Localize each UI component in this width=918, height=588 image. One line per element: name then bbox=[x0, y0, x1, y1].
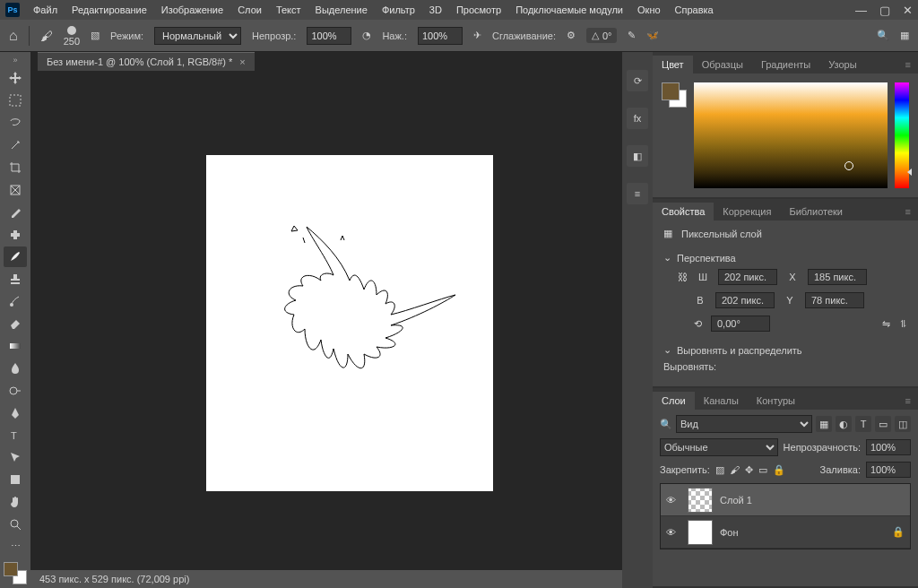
transform-section[interactable]: ⌄ Перспектива bbox=[663, 246, 907, 269]
airbrush-icon[interactable]: ✈ bbox=[473, 30, 481, 41]
move-tool[interactable] bbox=[4, 68, 27, 89]
color-swatches[interactable] bbox=[4, 562, 27, 584]
dodge-tool[interactable] bbox=[4, 380, 27, 401]
tab-properties[interactable]: Свойства bbox=[653, 203, 714, 220]
flip-v-icon[interactable]: ⥮ bbox=[899, 318, 907, 330]
canvas[interactable] bbox=[206, 155, 493, 491]
menu-help[interactable]: Справка bbox=[669, 4, 720, 15]
tab-libraries[interactable]: Библиотеки bbox=[780, 203, 852, 220]
history-brush-tool[interactable] bbox=[4, 291, 27, 312]
filter-type-select[interactable]: Вид bbox=[676, 415, 812, 433]
fg-color-swatch[interactable] bbox=[4, 562, 18, 576]
flow-input[interactable] bbox=[418, 27, 463, 45]
lock-artboard-icon[interactable]: ▭ bbox=[758, 464, 767, 476]
layer-name[interactable]: Фон bbox=[720, 527, 739, 538]
lock-all-icon[interactable]: 🔒 bbox=[773, 464, 785, 476]
filter-pixel-icon[interactable]: ▦ bbox=[816, 416, 832, 432]
layer-item[interactable]: 👁 Фон 🔒 bbox=[661, 516, 910, 549]
eyedropper-tool[interactable] bbox=[4, 202, 27, 222]
menu-window[interactable]: Окно bbox=[631, 4, 667, 15]
styles-panel-icon[interactable]: fx bbox=[627, 108, 648, 129]
minimize-icon[interactable]: — bbox=[855, 4, 867, 17]
tab-layers[interactable]: Слои bbox=[653, 392, 695, 410]
pen-tool[interactable] bbox=[4, 402, 27, 423]
tab-swatches[interactable]: Образцы bbox=[693, 56, 752, 74]
search-icon[interactable]: 🔍 bbox=[877, 30, 889, 41]
menu-3d[interactable]: 3D bbox=[423, 4, 448, 15]
stamp-tool[interactable] bbox=[4, 269, 27, 290]
home-icon[interactable]: ⌂ bbox=[9, 28, 18, 44]
layer-thumbnail[interactable] bbox=[688, 520, 713, 545]
layers-panel-menu-icon[interactable]: ≡ bbox=[898, 392, 918, 410]
document-tab[interactable]: Без имени-1 @ 100% (Слой 1, RGB/8#) * × bbox=[38, 52, 255, 71]
filter-type-icon[interactable]: T bbox=[855, 416, 871, 432]
tab-gradients[interactable]: Градиенты bbox=[752, 56, 819, 74]
lock-transparency-icon[interactable]: ▨ bbox=[715, 464, 724, 476]
props-panel-menu-icon[interactable]: ≡ bbox=[898, 203, 918, 220]
color-panel-menu-icon[interactable]: ≡ bbox=[898, 56, 918, 74]
marquee-tool[interactable] bbox=[4, 91, 27, 111]
brush-preset-picker[interactable]: 250 bbox=[64, 25, 80, 47]
tab-channels[interactable]: Каналы bbox=[695, 392, 748, 410]
blend-mode-select[interactable]: Нормальный bbox=[154, 27, 241, 45]
gradient-tool[interactable] bbox=[4, 336, 27, 357]
filter-shape-icon[interactable]: ▭ bbox=[875, 416, 891, 432]
tab-color[interactable]: Цвет bbox=[653, 56, 693, 74]
tab-patterns[interactable]: Узоры bbox=[819, 56, 865, 74]
filter-adjust-icon[interactable]: ◐ bbox=[836, 416, 852, 432]
symmetry-icon[interactable]: ✎ bbox=[628, 30, 636, 41]
brush-angle[interactable]: △ 0° bbox=[586, 28, 618, 43]
menu-text[interactable]: Текст bbox=[270, 4, 307, 15]
filter-search-icon[interactable]: 🔍 bbox=[660, 419, 672, 430]
menu-layers[interactable]: Слои bbox=[231, 4, 268, 15]
tab-adjustments[interactable]: Коррекция bbox=[714, 203, 780, 220]
path-select-tool[interactable] bbox=[4, 447, 27, 468]
hue-marker[interactable] bbox=[907, 169, 912, 176]
link-wh-icon[interactable]: ⛓ bbox=[678, 272, 688, 282]
menu-file[interactable]: Файл bbox=[27, 4, 64, 15]
lasso-tool[interactable] bbox=[4, 113, 27, 134]
visibility-icon[interactable]: 👁 bbox=[666, 495, 680, 506]
brush-tool-icon[interactable]: 🖌 bbox=[40, 29, 53, 43]
angle-input[interactable]: 0,00° bbox=[711, 316, 770, 332]
hand-tool[interactable] bbox=[4, 492, 27, 513]
panel-fg-swatch[interactable] bbox=[662, 82, 680, 100]
y-input[interactable]: 78 пикс. bbox=[805, 292, 864, 308]
layer-fill-input[interactable] bbox=[866, 462, 911, 478]
opacity-pressure-icon[interactable]: ◔ bbox=[362, 30, 371, 41]
layer-opacity-input[interactable] bbox=[866, 439, 911, 455]
shape-tool[interactable] bbox=[4, 470, 27, 490]
hue-slider[interactable] bbox=[895, 82, 909, 188]
layer-blend-select[interactable]: Обычные bbox=[660, 438, 778, 456]
lock-paint-icon[interactable]: 🖌 bbox=[730, 464, 740, 475]
color-marker[interactable] bbox=[844, 161, 853, 170]
menu-plugins[interactable]: Подключаемые модули bbox=[509, 4, 629, 15]
zoom-tool[interactable] bbox=[4, 514, 27, 535]
width-input[interactable]: 202 пикс. bbox=[718, 269, 777, 285]
menu-edit[interactable]: Редактирование bbox=[65, 4, 153, 15]
butterfly-icon[interactable]: 🦋 bbox=[646, 30, 659, 41]
flip-h-icon[interactable]: ⇋ bbox=[882, 318, 890, 330]
crop-tool[interactable] bbox=[4, 158, 27, 178]
visibility-icon[interactable]: 👁 bbox=[666, 527, 680, 538]
height-input[interactable]: 202 пикс. bbox=[715, 292, 775, 308]
color-field[interactable] bbox=[694, 82, 888, 188]
menu-select[interactable]: Выделение bbox=[309, 4, 374, 15]
menu-view[interactable]: Просмотр bbox=[450, 4, 507, 15]
panel-color-swatches[interactable] bbox=[662, 82, 687, 108]
maximize-icon[interactable]: ▢ bbox=[879, 4, 890, 17]
blur-tool[interactable] bbox=[4, 358, 27, 378]
history-panel-icon[interactable]: ⟳ bbox=[627, 70, 648, 91]
expand-toolbar-icon[interactable]: » bbox=[13, 56, 17, 65]
adjustments-panel-icon[interactable]: ◧ bbox=[627, 145, 648, 167]
opacity-input[interactable] bbox=[307, 27, 351, 45]
lock-position-icon[interactable]: ✥ bbox=[745, 464, 753, 476]
lock-icon[interactable]: 🔒 bbox=[892, 526, 905, 538]
brushes-panel-icon[interactable]: ≡ bbox=[627, 183, 648, 204]
close-tab-icon[interactable]: × bbox=[239, 56, 245, 67]
x-input[interactable]: 185 пикс. bbox=[808, 269, 867, 285]
type-tool[interactable]: T bbox=[4, 425, 27, 445]
brush-panel-icon[interactable]: ▧ bbox=[91, 30, 100, 41]
layer-thumbnail[interactable] bbox=[688, 488, 713, 513]
gear-icon[interactable]: ⚙ bbox=[567, 30, 576, 41]
